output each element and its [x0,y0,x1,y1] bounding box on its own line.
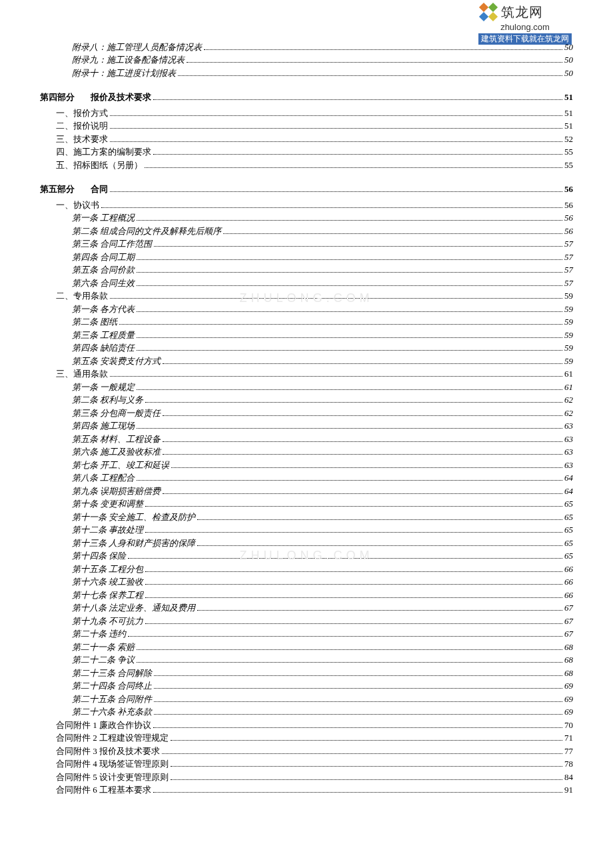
toc-leader [137,272,562,273]
toc-entry: 第五条 材料、工程设备63 [72,433,573,445]
toc-leader [154,675,562,676]
toc-entry-title: 第五条 材料、工程设备 [72,433,161,445]
toc-entry-title: 第一条 一般规定 [72,381,135,393]
toc-leader [110,376,562,377]
toc-entry-page: 51 [564,121,573,131]
toc-leader [163,363,562,364]
site-name-en: zhulong.com [478,23,572,32]
toc-entry-page: 84 [564,772,573,783]
toc-entry-page: 65 [564,538,573,549]
toc-entry: 第五条 安装费支付方式59 [72,355,573,367]
toc-entry-title: 第一条 工程概况 [72,212,135,224]
toc-leader [145,597,562,598]
toc-entry-page: 65 [564,512,573,523]
toc-entry-page: 55 [564,147,573,157]
toc-entry-title: 第二十六条 补充条款 [72,706,152,718]
toc-leader [137,285,562,286]
toc-leader [137,480,562,481]
toc-entry: 第五条 合同价款57 [72,264,573,276]
toc-leader [204,49,562,50]
toc-section-number: 第四部分 [40,91,75,103]
toc-leader [110,115,562,116]
toc-entry-page: 65 [564,551,573,561]
toc-leader [119,324,562,325]
toc-entry-page: 59 [564,343,573,353]
toc-entry-title: 第十七条 保养工程 [72,589,143,601]
toc-entry-page: 66 [564,564,573,575]
toc-section-number: 第五部分 [40,183,75,195]
toc-leader [154,714,562,715]
toc-entry-title: 第七条 开工、竣工和延误 [72,459,169,471]
toc-entry-title: 第五部分合同 [40,183,108,195]
toc-entry: 第十三条 人身和财产损害的保障65 [72,537,573,549]
toc-entry-title: 第十八条 法定业务、通知及费用 [72,602,195,614]
toc-entry-title: 第二十条 违约 [72,628,126,640]
toc-entry-page: 61 [564,382,573,393]
toc-entry-page: 51 [564,92,573,103]
toc-entry: 第十二条 事故处理65 [72,524,573,536]
toc-entry-page: 52 [564,134,573,145]
toc-entry: 第六条 合同生效57 [72,277,573,289]
toc-entry-page: 65 [564,499,573,509]
toc-entry-page: 68 [564,642,573,653]
toc-entry: 第十九条 不可抗力67 [72,615,573,627]
toc-entry: 三、技术要求52 [56,133,573,145]
toc-entry-page: 66 [564,577,573,587]
toc-entry-title: 合同附件 2 工程建设管理规定 [56,732,169,744]
toc-leader [145,167,562,168]
toc-entry-title: 附录九：施工设备配备情况表 [72,54,185,66]
toc-entry-page: 67 [564,629,573,639]
toc-entry-title: 第十三条 人身和财产损害的保障 [72,537,195,549]
toc-leader [128,558,562,559]
toc-entry-title: 第四条 缺陷责任 [72,342,135,354]
toc-entry-page: 57 [564,252,573,263]
toc-entry-title: 第十四条 保险 [72,550,126,562]
toc-leader [197,610,562,611]
toc-entry-page: 59 [564,330,573,341]
toc-leader [153,792,562,793]
toc-leader [171,779,562,780]
toc-leader [137,259,562,260]
toc-leader [145,532,562,533]
toc-entry: 第三条 工程质量59 [72,329,573,341]
toc-entry: 第十六条 竣工验收66 [72,576,573,588]
toc-leader [145,584,562,585]
site-watermark: 筑龙网 zhulong.com 建筑资料下载就在筑龙网 [478,3,572,45]
toc-entry: 第二十六条 补充条款69 [72,706,573,718]
toc-entry: 合同附件 5 设计变更管理原则84 [56,771,573,783]
toc-entry-title: 第三条 分包商一般责任 [72,407,161,419]
toc-leader [137,311,562,312]
toc-entry: 合同附件 3 报价及技术要求77 [56,745,573,757]
toc-entry: 第二十四条 合同终止69 [72,680,573,692]
toc-entry-page: 68 [564,655,573,665]
toc-entry-page: 56 [564,226,573,237]
toc-leader [153,727,562,728]
toc-entry-page: 67 [564,603,573,613]
toc-entry: 附录十：施工进度计划报表50 [72,67,573,79]
toc-entry: 第十八条 法定业务、通知及费用67 [72,602,573,614]
table-of-contents: 附录八：施工管理人员配备情况表50附录九：施工设备配备情况表50附录十：施工进度… [40,41,573,797]
toc-leader [163,415,562,416]
toc-entry: 第六条 施工及验收标准63 [72,446,573,458]
toc-entry-page: 59 [564,304,573,315]
site-name-cn: 筑龙网 [501,5,543,19]
toc-entry-title: 第二十二条 争议 [72,654,135,666]
toc-entry-page: 59 [564,356,573,367]
toc-entry: 第四条 缺陷责任59 [72,342,573,354]
toc-entry: 第十一条 安全施工、检查及防护65 [72,511,573,523]
toc-entry-title: 一、协议书 [56,199,99,211]
toc-entry-title: 第九条 误期损害赔偿费 [72,485,161,497]
toc-entry-page: 62 [564,395,573,405]
toc-entry-title: 第二条 组成合同的文件及解释先后顺序 [72,225,221,237]
toc-entry-page: 55 [564,160,573,171]
toc-entry: 合同附件 1 廉政合作协议70 [56,719,573,731]
toc-entry-title: 第三条 工程质量 [72,329,135,341]
toc-leader [145,506,562,507]
toc-leader [137,220,562,221]
toc-entry-page: 51 [564,108,573,119]
toc-leader [163,441,562,442]
toc-section-heading: 第四部分报价及技术要求51 [40,91,573,103]
toc-entry-title: 第一条 各方代表 [72,303,135,315]
toc-entry-title: 第六条 施工及验收标准 [72,446,161,458]
toc-leader [171,467,562,468]
